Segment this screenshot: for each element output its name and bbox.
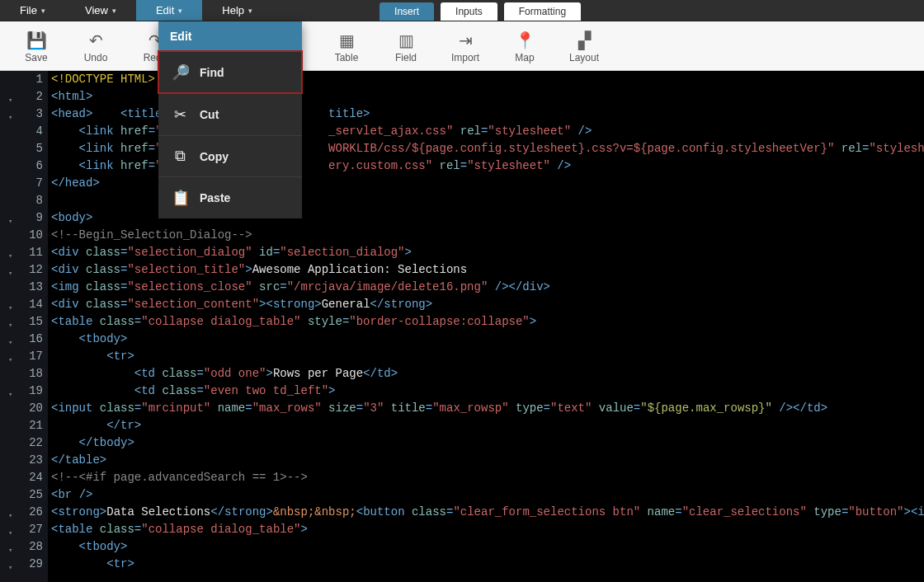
ribbon-layout[interactable]: ▞Layout (554, 29, 614, 63)
tabgroup: Insert Inputs Formatting (380, 0, 581, 21)
ribbon-save[interactable]: 💾Save (7, 29, 66, 63)
caret-icon: ▾ (41, 7, 45, 15)
ribbon-map[interactable]: 📍Map (495, 29, 554, 63)
ribbon-field[interactable]: ▥Field (376, 29, 436, 63)
menu-item-find[interactable]: 🔎Find (158, 51, 302, 93)
scissors-icon: ✂ (172, 106, 188, 124)
tab-formatting[interactable]: Formatting (504, 2, 581, 21)
menu-item-cut[interactable]: ✂Cut (158, 93, 302, 135)
caret-icon: ▾ (248, 7, 252, 15)
caret-icon: ▾ (178, 7, 182, 15)
ribbon-undo[interactable]: ↶Undo (66, 29, 125, 63)
menu-edit[interactable]: Edit▾ (136, 0, 202, 21)
menu-help[interactable]: Help▾ (202, 0, 272, 21)
layout-icon: ▞ (554, 29, 614, 52)
table-icon: ▦ (317, 29, 376, 52)
map-icon: 📍 (495, 29, 554, 52)
menu-item-copy[interactable]: ⧉Copy (158, 135, 302, 176)
menu-file[interactable]: File▾ (0, 0, 65, 21)
save-icon: 💾 (7, 29, 66, 52)
menu-item-paste[interactable]: 📋Paste (158, 176, 302, 218)
gutter: 12▾3▾456789▾1011▾12▾1314▾15▾16▾17▾1819▾2… (0, 71, 48, 582)
tab-insert[interactable]: Insert (380, 2, 434, 21)
field-icon: ▥ (376, 29, 436, 52)
ribbon-table[interactable]: ▦Table (317, 29, 376, 63)
binoculars-icon: 🔎 (172, 63, 188, 82)
undo-icon: ↶ (66, 29, 125, 52)
clipboard-icon: 📋 (172, 189, 188, 207)
menubar: File▾ View▾ Edit▾ Help▾ Insert Inputs Fo… (0, 0, 924, 21)
copy-icon: ⧉ (172, 148, 188, 165)
import-icon: ⇥ (436, 29, 495, 52)
ribbon: 💾Save ↶Undo ↷Redo ▦Table ▥Field ⇥Import … (0, 21, 924, 71)
tab-inputs[interactable]: Inputs (441, 2, 497, 21)
menu-view[interactable]: View▾ (65, 0, 136, 21)
ribbon-import[interactable]: ⇥Import (436, 29, 495, 63)
edit-dropdown-header: Edit (158, 21, 302, 51)
edit-dropdown: Edit 🔎Find ✂Cut ⧉Copy 📋Paste (158, 21, 302, 218)
code-editor[interactable]: 12▾3▾456789▾1011▾12▾1314▾15▾16▾17▾1819▾2… (0, 71, 924, 582)
caret-icon: ▾ (112, 7, 116, 15)
